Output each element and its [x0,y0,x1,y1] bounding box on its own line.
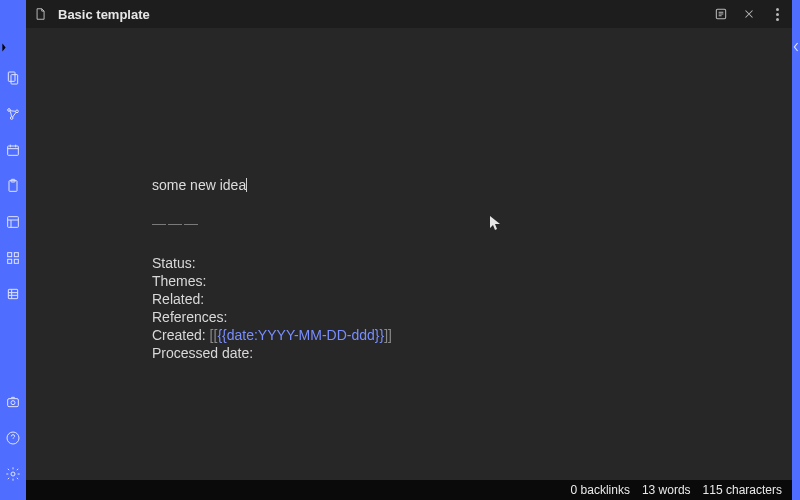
expand-right-sidebar-icon[interactable] [792,38,800,56]
backlinks-count[interactable]: 0 backlinks [571,483,630,497]
themes-field-label[interactable]: Themes: [152,273,206,289]
character-count[interactable]: 115 characters [703,483,782,497]
note-title-text[interactable]: some new idea [152,177,246,193]
left-sidebar-rail [0,0,26,500]
tab-bar: Basic template [26,0,792,28]
svg-rect-13 [8,289,17,298]
svg-rect-10 [14,253,18,257]
processed-date-field-label[interactable]: Processed date: [152,345,253,361]
content-column: Basic template some new idea ——— Status: [26,0,792,500]
text-caret [246,178,247,192]
grid-icon[interactable] [5,250,21,266]
svg-rect-12 [14,259,18,263]
word-count[interactable]: 13 words [642,483,691,497]
status-field-label[interactable]: Status: [152,255,196,271]
horizontal-rule: ——— [152,214,792,232]
svg-point-15 [11,401,15,405]
tab-title[interactable]: Basic template [58,7,150,22]
svg-rect-8 [8,217,19,228]
template-icon[interactable] [5,214,21,230]
status-bar: 0 backlinks 13 words 115 characters [26,480,792,500]
editor-area[interactable]: some new idea ——— Status: Themes: Relate… [26,28,792,480]
calendar-icon[interactable] [5,142,21,158]
svg-rect-11 [8,259,12,263]
settings-icon[interactable] [5,466,21,482]
references-field-label[interactable]: References: [152,309,227,325]
metadata-block: Status: Themes: Related: References: Cre… [152,254,792,362]
related-field-label[interactable]: Related: [152,291,204,307]
right-sidebar-rail [792,0,800,500]
svg-rect-5 [8,146,19,155]
created-field-label[interactable]: Created: [152,327,206,343]
more-icon[interactable] [768,5,786,23]
mouse-cursor-icon [489,215,501,231]
svg-point-17 [11,472,15,476]
outline-icon[interactable] [712,5,730,23]
svg-rect-9 [8,253,12,257]
database-icon[interactable] [5,286,21,302]
close-icon[interactable] [740,5,758,23]
date-template-token[interactable]: {{date:YYYY-MM-DD-ddd}} [217,327,384,343]
svg-rect-14 [8,399,19,407]
help-icon[interactable] [5,430,21,446]
files-icon[interactable] [5,70,21,86]
expand-left-sidebar-icon[interactable] [0,38,8,56]
svg-rect-1 [11,75,18,84]
clipboard-icon[interactable] [5,178,21,194]
svg-rect-0 [8,72,15,81]
graph-icon[interactable] [5,106,21,122]
document-icon [32,6,48,22]
camera-icon[interactable] [5,394,21,410]
wikilink-bracket-close: ]] [384,327,392,343]
